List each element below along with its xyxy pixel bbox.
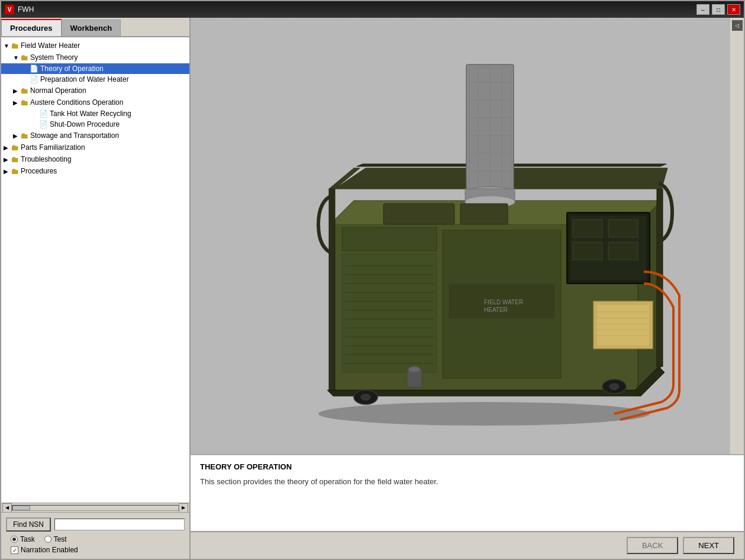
svg-rect-47 <box>342 227 437 251</box>
tree-item-tank-hot[interactable]: 📄 Tank Hot Water Recycling <box>1 108 189 119</box>
folder-icon-parts: 🖿 <box>11 143 19 152</box>
description-title: THEORY OF OPERATION <box>200 462 734 471</box>
app-icon <box>5 5 14 14</box>
tree-item-system-theory[interactable]: ▼ 🖿 System Theory <box>1 52 189 63</box>
tree-label-trouble: Troubleshooting <box>21 155 72 163</box>
svg-point-62 <box>609 384 619 390</box>
svg-rect-31 <box>608 220 638 237</box>
tree-item-austere[interactable]: ▶ 🖿 Austere Conditions Operation <box>1 96 189 108</box>
find-nsn-button[interactable]: Find NSN <box>6 517 51 532</box>
radio-task[interactable]: Task <box>11 535 35 543</box>
doc-icon-prep: 📄 <box>30 75 38 83</box>
doc-icon-theory: 📄 <box>30 65 38 73</box>
scroll-left-arrow[interactable]: ◀ <box>2 503 12 513</box>
svg-rect-33 <box>608 242 638 260</box>
doc-icon-tank: 📄 <box>39 110 48 118</box>
tree-arrow-shutdown <box>32 121 39 128</box>
tree-arrow-system-theory: ▼ <box>13 54 20 61</box>
doc-icon-shutdown: 📄 <box>39 120 48 128</box>
folder-icon-stowage: 🖿 <box>20 131 28 140</box>
radio-row: Task Test <box>6 535 185 543</box>
tree-item-procedures[interactable]: ▶ 🖿 Procedures <box>1 165 189 177</box>
tree-arrow-stowage: ▶ <box>13 133 20 139</box>
tree-label-theory: Theory of Operation <box>40 65 104 73</box>
folder-icon-trouble: 🖿 <box>11 155 19 164</box>
radio-test[interactable]: Test <box>44 535 67 543</box>
svg-point-66 <box>408 366 420 372</box>
tree-item-preparation[interactable]: 📄 Preparation of Water Heater <box>1 74 189 85</box>
main-content: Procedures Workbench ▼ 🖿 Field Water Hea… <box>1 18 744 559</box>
tree-label-normal: Normal Operation <box>30 86 86 95</box>
tree-item-theory-of-operation[interactable]: 📄 Theory of Operation <box>1 63 189 74</box>
right-top: FIELD WATER HEATER <box>191 18 744 454</box>
window-title: FWH <box>18 5 34 14</box>
narration-checkbox[interactable]: ✓ <box>11 546 18 554</box>
find-nsn-row: Find NSN <box>6 517 185 532</box>
svg-text:FIELD WATER: FIELD WATER <box>484 299 523 305</box>
close-button[interactable]: ✕ <box>727 4 740 15</box>
tree-arrow-prep <box>22 76 30 83</box>
left-panel: Procedures Workbench ▼ 🖿 Field Water Hea… <box>1 18 191 559</box>
title-bar-left: FWH <box>5 5 34 14</box>
tree-label-shutdown: Shut-Down Procedure <box>50 120 120 128</box>
right-sidebar: ◁ <box>730 18 744 454</box>
heater-svg: FIELD WATER HEATER <box>236 47 685 426</box>
scroll-thumb[interactable] <box>12 506 30 510</box>
svg-point-1 <box>318 402 650 426</box>
tree-label-stowage: Stowage and Transportation <box>30 131 119 140</box>
tree-item-root[interactable]: ▼ 🖿 Field Water Heater <box>1 40 189 52</box>
title-controls: – □ ✕ <box>696 4 740 15</box>
radio-test-dot[interactable] <box>44 536 51 543</box>
next-button[interactable]: NEXT <box>683 537 734 554</box>
svg-rect-7 <box>329 189 335 390</box>
restore-button[interactable]: □ <box>712 4 725 15</box>
radio-task-dot[interactable] <box>11 536 18 543</box>
folder-icon-procedures: 🖿 <box>11 166 19 176</box>
tree-item-troubleshooting[interactable]: ▶ 🖿 Troubleshooting <box>1 153 189 165</box>
tree-label-parts: Parts Familiarization <box>21 143 85 152</box>
svg-rect-8 <box>657 189 663 366</box>
back-button[interactable]: BACK <box>627 537 678 554</box>
app-window: FWH – □ ✕ Procedures Workbench ▼ 🖿 <box>0 0 745 560</box>
narration-label: Narration Enabled <box>21 546 78 554</box>
tree-item-shutdown[interactable]: 📄 Shut-Down Procedure <box>1 119 189 130</box>
tree-item-parts[interactable]: ▶ 🖿 Parts Familiarization <box>1 141 189 153</box>
tree-arrow-root: ▼ <box>4 43 11 49</box>
checkbox-row[interactable]: ✓ Narration Enabled <box>6 546 185 554</box>
svg-rect-30 <box>573 220 602 237</box>
bottom-controls: Find NSN Task Test ✓ Narration Enabled <box>1 512 189 559</box>
find-nsn-input[interactable] <box>54 519 185 530</box>
tab-workbench[interactable]: Workbench <box>62 20 121 36</box>
svg-point-60 <box>361 394 370 400</box>
tree-container[interactable]: ▼ 🖿 Field Water Heater ▼ 🖿 System Theory… <box>1 37 189 503</box>
tree-arrow-tank <box>32 111 39 117</box>
tree-arrow-normal: ▶ <box>13 88 20 94</box>
tree-label-austere: Austere Conditions Operation <box>30 98 123 107</box>
description-text: This section provides the theory of oper… <box>200 477 734 486</box>
radio-test-label: Test <box>54 535 67 543</box>
tree-arrow-trouble: ▶ <box>4 156 11 163</box>
tree-arrow-theory <box>22 66 30 72</box>
tree-label-procedures: Procedures <box>21 167 57 175</box>
minimize-button[interactable]: – <box>696 4 709 15</box>
tree-label-system-theory: System Theory <box>30 53 78 62</box>
bottom-nav-bar: BACK NEXT <box>191 531 744 559</box>
collapse-button[interactable]: ◁ <box>732 20 743 31</box>
svg-text:HEATER: HEATER <box>484 307 508 313</box>
tree-arrow-austere: ▶ <box>13 99 20 106</box>
tree-label-root: Field Water Heater <box>21 41 80 50</box>
svg-rect-64 <box>460 204 508 224</box>
svg-rect-32 <box>573 242 602 260</box>
horizontal-scrollbar[interactable]: ◀ ▶ <box>1 503 189 512</box>
tree-item-stowage[interactable]: ▶ 🖿 Stowage and Transportation <box>1 130 189 141</box>
tree-arrow-parts: ▶ <box>4 144 11 151</box>
scroll-track[interactable] <box>12 505 179 511</box>
radio-task-label: Task <box>20 535 35 543</box>
tab-procedures[interactable]: Procedures <box>1 19 62 36</box>
title-bar: FWH – □ ✕ <box>1 1 744 18</box>
scroll-right-arrow[interactable]: ▶ <box>179 503 188 513</box>
folder-icon-root: 🖿 <box>11 41 19 50</box>
folder-icon-system-theory: 🖿 <box>20 53 28 62</box>
svg-rect-63 <box>383 204 454 224</box>
tree-item-normal-operation[interactable]: ▶ 🖿 Normal Operation <box>1 85 189 96</box>
